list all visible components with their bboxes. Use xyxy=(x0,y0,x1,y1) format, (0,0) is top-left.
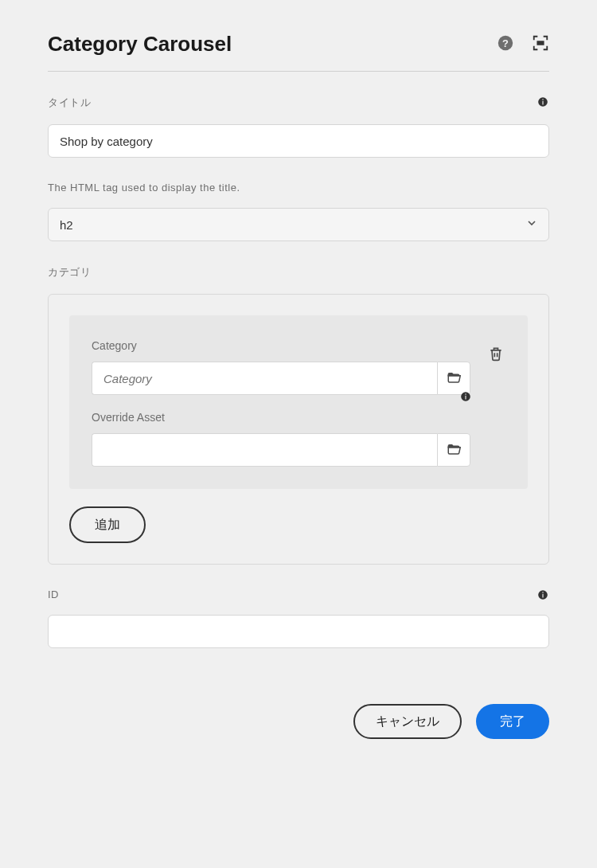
title-input[interactable] xyxy=(48,124,549,158)
delete-button[interactable] xyxy=(486,344,505,366)
tag-select-wrap: h2 xyxy=(48,208,549,241)
category-item-fields: Category xyxy=(92,339,470,467)
done-button[interactable]: 完了 xyxy=(476,704,549,739)
inner-field-override: Override Asset xyxy=(92,411,470,467)
override-input[interactable] xyxy=(92,433,437,467)
svg-point-8 xyxy=(465,393,466,395)
delete-column xyxy=(486,339,505,467)
info-icon[interactable] xyxy=(459,390,472,403)
field-group-tag: The HTML tag used to display the title. … xyxy=(48,182,549,241)
dialog-title: Category Carousel xyxy=(48,32,232,57)
info-icon[interactable] xyxy=(537,588,549,601)
inner-field-category: Category xyxy=(92,339,470,395)
category-item: Category xyxy=(69,315,528,489)
dialog-header: Category Carousel ? xyxy=(48,32,549,72)
category-container: Category xyxy=(48,294,549,565)
header-icons: ? xyxy=(497,34,549,55)
tag-select[interactable]: h2 xyxy=(48,208,549,241)
id-input[interactable] xyxy=(48,615,549,648)
svg-rect-2 xyxy=(537,41,544,45)
svg-point-5 xyxy=(542,99,544,100)
info-icon[interactable] xyxy=(537,96,549,108)
override-browse-button[interactable] xyxy=(437,433,470,467)
category-inner-label: Category xyxy=(92,339,470,352)
override-browse-wrap xyxy=(92,433,470,467)
field-group-id: ID xyxy=(48,588,549,648)
id-label: ID xyxy=(48,588,549,600)
category-label: カテゴリ xyxy=(48,265,549,280)
dialog-footer: キャンセル 完了 xyxy=(48,704,549,739)
add-button[interactable]: 追加 xyxy=(69,506,146,543)
folder-icon xyxy=(447,370,461,387)
fullscreen-icon[interactable] xyxy=(532,34,549,55)
trash-icon xyxy=(488,352,504,364)
cancel-button[interactable]: キャンセル xyxy=(353,704,462,739)
category-browse-wrap xyxy=(92,362,470,395)
tag-label: The HTML tag used to display the title. xyxy=(48,182,549,194)
svg-point-11 xyxy=(542,592,544,593)
svg-rect-4 xyxy=(542,101,543,105)
svg-rect-7 xyxy=(465,396,466,400)
field-group-category: カテゴリ Category xyxy=(48,265,549,565)
field-group-title: タイトル xyxy=(48,96,549,158)
svg-rect-10 xyxy=(542,594,543,598)
help-icon[interactable]: ? xyxy=(497,34,514,55)
title-label: タイトル xyxy=(48,96,549,110)
dialog-root: Category Carousel ? タイトル The HTML tag us… xyxy=(0,0,597,763)
folder-icon xyxy=(447,442,461,459)
svg-text:?: ? xyxy=(502,37,509,49)
override-inner-label: Override Asset xyxy=(92,411,470,424)
category-input[interactable] xyxy=(92,362,437,395)
